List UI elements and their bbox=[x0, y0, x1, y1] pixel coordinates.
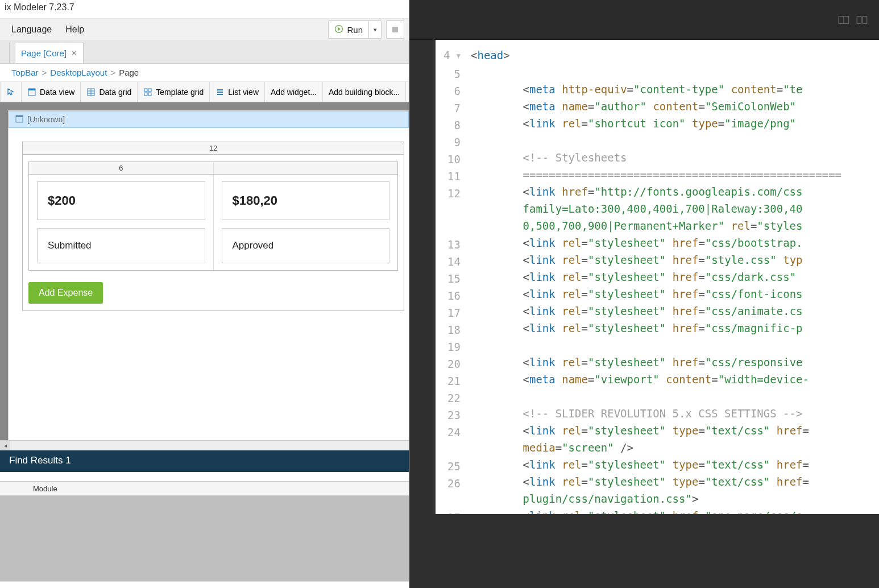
stop-button[interactable] bbox=[386, 20, 404, 39]
tool-select[interactable] bbox=[0, 82, 22, 102]
menu-bar: Language Help Run bbox=[0, 18, 409, 41]
chevron-right-icon: > bbox=[42, 68, 47, 77]
close-icon[interactable]: ✕ bbox=[71, 49, 77, 57]
tool-add-widget[interactable]: Add widget... bbox=[265, 82, 323, 102]
grid-cell[interactable]: $180,20 Approved bbox=[213, 175, 398, 270]
svg-rect-1 bbox=[28, 89, 35, 90]
data-grid-icon bbox=[86, 88, 96, 97]
svg-rect-9 bbox=[148, 93, 151, 96]
chevron-right-icon: > bbox=[110, 68, 115, 77]
run-label: Run bbox=[347, 25, 363, 35]
template-grid-icon bbox=[143, 88, 152, 97]
line-number-gutter: 4 ▼ 5 6 7 8 9 10 11 12 13 14 15 16 17 18… bbox=[436, 40, 466, 514]
svg-rect-6 bbox=[144, 89, 147, 92]
document-tabs: Page [Core] ✕ bbox=[0, 41, 409, 64]
column-header: 12 bbox=[23, 142, 404, 154]
tool-list-view[interactable]: List view bbox=[210, 82, 265, 102]
svg-rect-8 bbox=[144, 93, 147, 96]
breadcrumb: TopBar > DesktopLayout > Page bbox=[0, 64, 409, 82]
menu-language[interactable]: Language bbox=[5, 21, 59, 38]
modeler-pane: ix Modeler 7.23.7 Language Help Run Page… bbox=[0, 0, 409, 588]
svg-rect-17 bbox=[857, 16, 861, 23]
svg-rect-7 bbox=[148, 89, 151, 92]
grid-cell[interactable]: $200 Submitted bbox=[29, 175, 213, 270]
tool-template-grid[interactable]: Template grid bbox=[138, 82, 210, 102]
layout-grid-inner[interactable]: 6 $200 Submitted $180,20 bbox=[28, 162, 398, 271]
breadcrumb-item-2: Page bbox=[119, 68, 139, 77]
breadcrumb-item-0[interactable]: TopBar bbox=[11, 68, 39, 77]
tab-page-core[interactable]: Page [Core] ✕ bbox=[15, 43, 84, 63]
data-view-header[interactable]: [Unknown] bbox=[9, 111, 409, 128]
tool-add-building-block[interactable]: Add building block... bbox=[323, 82, 406, 102]
code-editor-pane: 4 ▼ 5 6 7 8 9 10 11 12 13 14 15 16 17 18… bbox=[409, 0, 879, 588]
amount-text[interactable]: $200 bbox=[37, 181, 205, 220]
layout-grid-outer[interactable]: 12 6 $200 Submitted bbox=[22, 142, 404, 311]
list-view-icon bbox=[215, 88, 225, 97]
horizontal-scrollbar[interactable]: ◂ bbox=[0, 440, 409, 450]
split-icon[interactable] bbox=[856, 14, 868, 26]
data-view-icon bbox=[15, 114, 24, 125]
code-area[interactable]: <head> <meta http-equiv="content-type" c… bbox=[466, 40, 879, 514]
stop-icon bbox=[392, 27, 398, 32]
tool-data-view[interactable]: Data view bbox=[22, 82, 81, 102]
amount-text[interactable]: $180,20 bbox=[222, 181, 390, 220]
layout-icon[interactable] bbox=[838, 14, 849, 26]
column-header: 6 bbox=[29, 162, 214, 174]
tab-label: Page [Core] bbox=[21, 48, 67, 58]
menu-help[interactable]: Help bbox=[59, 21, 91, 38]
svg-rect-18 bbox=[863, 16, 867, 23]
editor-toolbar bbox=[409, 0, 879, 40]
add-expense-button[interactable]: Add Expense bbox=[28, 282, 103, 304]
results-table-body[interactable] bbox=[0, 496, 409, 581]
breadcrumb-item-1[interactable]: DesktopLayout bbox=[50, 68, 107, 77]
data-view-icon bbox=[27, 88, 36, 97]
results-table-header: Module bbox=[0, 481, 409, 496]
code-editor[interactable]: 4 ▼ 5 6 7 8 9 10 11 12 13 14 15 16 17 18… bbox=[436, 40, 879, 514]
run-icon bbox=[334, 24, 343, 35]
run-dropdown[interactable] bbox=[368, 21, 381, 38]
cursor-icon bbox=[6, 88, 15, 97]
widget-toolbar: Data view Data grid Template grid List v… bbox=[0, 82, 409, 102]
svg-rect-14 bbox=[16, 115, 23, 117]
run-button[interactable]: Run bbox=[329, 22, 368, 38]
tool-data-grid[interactable]: Data grid bbox=[81, 82, 138, 102]
scroll-left-icon[interactable]: ◂ bbox=[0, 441, 10, 450]
column-header bbox=[214, 162, 398, 174]
data-view-entity-label: [Unknown] bbox=[27, 115, 65, 124]
status-text[interactable]: Submitted bbox=[37, 228, 205, 263]
find-results-panel-header[interactable]: Find Results 1 bbox=[0, 450, 409, 472]
results-col-module: Module bbox=[27, 485, 63, 493]
window-title: ix Modeler 7.23.7 bbox=[0, 0, 409, 18]
run-button-group: Run bbox=[328, 20, 382, 39]
status-text[interactable]: Approved bbox=[222, 228, 390, 263]
page-canvas[interactable]: [Unknown] 12 6 bbox=[0, 102, 409, 440]
